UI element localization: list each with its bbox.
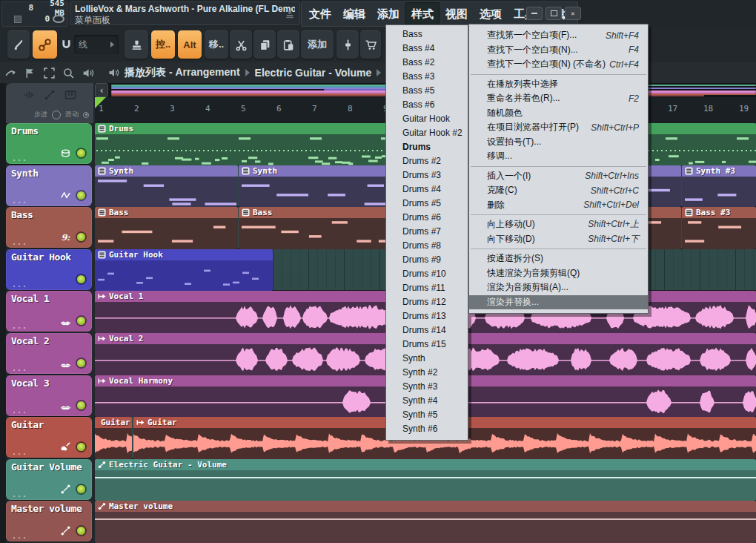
- track-options-dots[interactable]: ...: [12, 154, 27, 162]
- clip-header[interactable]: Guitar Hook: [95, 249, 273, 260]
- context-menu-item[interactable]: 查找下一个空白项(N)...F4: [469, 43, 648, 58]
- bar-number[interactable]: 8: [344, 104, 382, 113]
- track-options-dots[interactable]: ...: [12, 197, 27, 205]
- link-button[interactable]: [33, 30, 57, 59]
- track-enable-led[interactable]: [77, 317, 85, 325]
- automation-filter-icon[interactable]: [44, 89, 56, 101]
- clip-header[interactable]: Bass #3: [682, 207, 756, 218]
- breadcrumb-selection[interactable]: Electric Guitar - Volume: [255, 67, 372, 79]
- track-menu-item[interactable]: Drums #2: [386, 156, 468, 170]
- minimize-button[interactable]: [526, 7, 543, 20]
- track-menu-item[interactable]: Drums #3: [386, 170, 468, 184]
- track-menu-item[interactable]: Drums #15: [386, 339, 468, 353]
- context-menu-item[interactable]: 插入一个(I)Shift+Ctrl+Ins: [469, 169, 648, 184]
- context-menu-item[interactable]: 设置拍号(T)...: [469, 135, 648, 150]
- track-enable-led[interactable]: [77, 401, 85, 409]
- slider-button[interactable]: [336, 30, 359, 59]
- menubar-item-编辑[interactable]: 编辑: [337, 2, 371, 26]
- track-menu-item[interactable]: Drums #5: [386, 198, 468, 212]
- context-menu-item[interactable]: 查找第一个空白项(F)...Shift+F4: [469, 28, 648, 43]
- track-menu-item[interactable]: Synth #5: [386, 409, 468, 424]
- play-start-marker[interactable]: [95, 97, 106, 108]
- track-enable-led[interactable]: [77, 485, 85, 493]
- track-options-dots[interactable]: ...: [12, 407, 27, 415]
- close-button[interactable]: ✕: [565, 7, 581, 20]
- context-menu-item[interactable]: 在播放列表中选择: [469, 77, 648, 92]
- track-menu-item[interactable]: Drums #10: [386, 269, 468, 283]
- draw-tool-button[interactable]: [7, 30, 30, 59]
- zoom-icon[interactable]: [62, 67, 75, 79]
- stamp-button[interactable]: [125, 30, 148, 59]
- track-menu-item[interactable]: Drums #9: [386, 254, 468, 269]
- track-options-dots[interactable]: ...: [12, 532, 27, 540]
- context-menu-item[interactable]: 随机颜色: [469, 106, 648, 121]
- track-menu-item[interactable]: Drums #8: [386, 240, 468, 254]
- track-header-vocal-1[interactable]: Vocal 1...: [6, 291, 92, 332]
- track-menu-item[interactable]: Drums #12: [386, 297, 468, 311]
- playlist-row-guitar-volume[interactable]: Electric Guitar - Volume: [95, 459, 756, 501]
- track-menu-item[interactable]: Synth #2: [386, 367, 468, 381]
- track-options-dots[interactable]: ...: [12, 322, 27, 330]
- track-enable-led[interactable]: [77, 233, 85, 241]
- flag-icon[interactable]: [24, 67, 36, 79]
- clip-synth[interactable]: Synth: [95, 165, 238, 208]
- track-options-dots[interactable]: ...: [12, 364, 27, 372]
- add-button[interactable]: 添加: [301, 30, 334, 59]
- context-menu-item[interactable]: 向下移动(D)Shift+Ctrl+下: [469, 232, 648, 247]
- bar-number[interactable]: 2: [130, 104, 168, 113]
- track-header-guitar[interactable]: Guitar...: [6, 417, 92, 458]
- menubar-item-视图[interactable]: 视图: [440, 2, 474, 26]
- track-enable-led[interactable]: [77, 443, 85, 451]
- context-menu-item[interactable]: 克隆(C)Shift+Ctrl+C: [469, 183, 648, 198]
- menubar-item-文件[interactable]: 文件: [303, 2, 337, 26]
- track-menu-item[interactable]: Drums #7: [386, 226, 468, 240]
- paste-button[interactable]: [277, 30, 299, 59]
- context-menu-item[interactable]: 删除Shift+Ctrl+Del: [469, 198, 648, 213]
- clip-header[interactable]: Master volume: [95, 501, 756, 512]
- track-menu-item[interactable]: Bass: [386, 29, 468, 43]
- track-header-guitar-volume[interactable]: Guitar Volume...: [6, 459, 92, 500]
- track-menu-item[interactable]: Drums #13: [386, 311, 468, 325]
- clip-bass[interactable]: Bass: [95, 207, 238, 249]
- bar-number[interactable]: 4: [202, 104, 239, 113]
- bar-number[interactable]: 3: [166, 104, 204, 113]
- track-menu-item[interactable]: Synth #3: [386, 381, 468, 395]
- track-menu-item[interactable]: Bass #2: [386, 57, 468, 71]
- track-header-guitar-hook[interactable]: Guitar Hook...: [6, 249, 92, 290]
- context-menu-item[interactable]: 查找下一个空白项(N) (不命名)Ctrl+F4: [469, 57, 648, 72]
- step-toggle[interactable]: [52, 111, 61, 119]
- track-options-dots[interactable]: ...: [12, 490, 27, 498]
- target-arrow-icon[interactable]: [4, 67, 17, 79]
- move-button[interactable]: 移..: [205, 30, 228, 59]
- clip-header[interactable]: Electric Guitar - Volume: [95, 459, 756, 470]
- track-menu-item[interactable]: Synth #6: [386, 424, 468, 438]
- copy-button[interactable]: [253, 30, 276, 59]
- track-options-dots[interactable]: ...: [12, 280, 27, 289]
- context-menu-item[interactable]: 渲染并替换...: [469, 295, 648, 310]
- cart-button[interactable]: [360, 30, 381, 59]
- context-menu-item[interactable]: 在项目浏览器中打开(P)Shift+Ctrl+P: [469, 120, 648, 135]
- track-header-synth[interactable]: Synth...: [6, 165, 92, 206]
- snap-select[interactable]: 线: [74, 35, 119, 54]
- clip-synth-3[interactable]: Synth #3: [682, 165, 756, 208]
- clip-electric-guitar-volume[interactable]: Electric Guitar - Volume: [95, 459, 756, 501]
- context-menu-item[interactable]: 渲染为音频剪辑(A)...: [469, 280, 648, 295]
- track-menu-item[interactable]: Guitar Hook: [386, 113, 468, 128]
- bar-number[interactable]: 18: [700, 104, 737, 113]
- track-header-bass[interactable]: Bass...9:: [6, 207, 92, 248]
- track-header-vocal-2[interactable]: Vocal 2...: [6, 333, 92, 374]
- clip-header[interactable]: Guitar: [95, 417, 132, 428]
- clip-guitar-hook[interactable]: Guitar Hook: [95, 249, 273, 292]
- slide-toggle[interactable]: [83, 112, 89, 118]
- restore-button[interactable]: [546, 7, 562, 20]
- track-header-vocal-3[interactable]: Vocal 3...: [6, 375, 92, 416]
- scroll-left-button[interactable]: ‹: [95, 83, 108, 97]
- track-menu-item[interactable]: Synth #4: [386, 395, 468, 409]
- clip-header[interactable]: Synth: [95, 165, 238, 177]
- alt-button[interactable]: Alt: [178, 30, 202, 59]
- menubar-item-选项[interactable]: 选项: [474, 2, 508, 26]
- pattern-filter-icon[interactable]: [64, 89, 76, 101]
- track-menu-item[interactable]: Bass #3: [386, 71, 468, 85]
- magnet-icon[interactable]: [59, 30, 73, 59]
- control-button[interactable]: 控..: [151, 30, 175, 59]
